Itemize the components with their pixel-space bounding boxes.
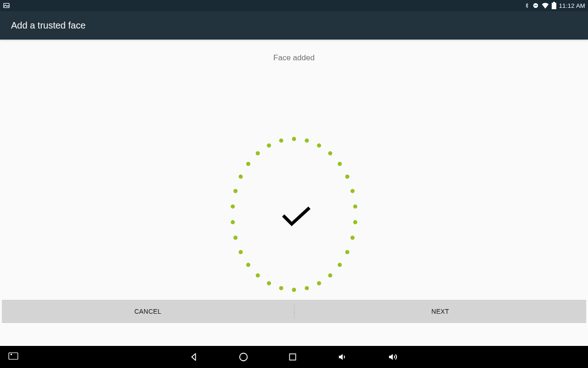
svg-point-33 <box>267 144 271 148</box>
svg-point-27 <box>231 220 235 224</box>
picture-notification-icon <box>3 2 10 9</box>
svg-point-9 <box>338 162 342 166</box>
volume-up-button[interactable] <box>387 352 399 362</box>
svg-point-28 <box>231 204 235 208</box>
svg-rect-3 <box>552 3 556 9</box>
bluetooth-icon <box>524 2 530 9</box>
page-title: Add a trusted face <box>11 20 85 31</box>
button-bar: CANCEL NEXT <box>2 300 586 323</box>
svg-point-13 <box>353 220 357 224</box>
checkmark-icon <box>284 209 308 224</box>
svg-rect-35 <box>9 353 18 359</box>
svg-point-22 <box>267 281 271 285</box>
status-left <box>3 2 10 9</box>
svg-point-19 <box>305 286 309 290</box>
home-button[interactable] <box>238 352 249 362</box>
svg-point-20 <box>292 288 296 292</box>
svg-point-26 <box>233 236 237 240</box>
svg-point-36 <box>11 354 11 355</box>
status-right: 11:12 AM <box>524 2 585 9</box>
wifi-icon <box>542 2 549 9</box>
svg-point-37 <box>240 353 248 361</box>
svg-point-11 <box>351 189 355 193</box>
face-outline-graphic <box>230 136 358 293</box>
status-bar: 11:12 AM <box>0 0 588 11</box>
svg-point-10 <box>345 175 350 179</box>
svg-point-7 <box>317 144 321 148</box>
svg-point-34 <box>279 138 283 143</box>
navigation-bar <box>0 346 588 368</box>
svg-point-23 <box>256 273 260 277</box>
svg-point-21 <box>279 286 283 290</box>
svg-point-12 <box>353 204 357 208</box>
cancel-button[interactable]: CANCEL <box>2 300 294 322</box>
svg-point-31 <box>246 162 250 166</box>
svg-point-32 <box>256 151 260 155</box>
screenshot-icon[interactable] <box>8 352 18 362</box>
svg-point-8 <box>328 151 332 155</box>
recent-apps-button[interactable] <box>288 352 297 362</box>
svg-point-25 <box>239 250 243 254</box>
do-not-disturb-icon <box>532 2 539 9</box>
app-bar: Add a trusted face <box>0 11 588 40</box>
battery-icon <box>552 2 556 9</box>
status-clock: 11:12 AM <box>559 2 585 9</box>
svg-point-15 <box>345 250 350 254</box>
face-status-label: Face added <box>273 53 315 63</box>
svg-point-5 <box>292 137 296 141</box>
svg-point-16 <box>338 263 342 267</box>
content-area: Face added CANCEL NEXT <box>0 40 588 346</box>
svg-point-6 <box>305 138 309 143</box>
svg-point-30 <box>239 175 243 179</box>
svg-rect-4 <box>553 2 555 3</box>
back-button[interactable] <box>189 352 199 362</box>
svg-point-17 <box>328 273 332 277</box>
svg-rect-2 <box>534 5 537 6</box>
svg-point-24 <box>246 263 250 267</box>
next-button[interactable]: NEXT <box>294 300 587 322</box>
svg-point-29 <box>233 189 237 193</box>
svg-point-18 <box>317 281 321 285</box>
svg-rect-38 <box>289 354 295 360</box>
svg-point-14 <box>351 236 355 240</box>
volume-down-button[interactable] <box>337 352 348 362</box>
